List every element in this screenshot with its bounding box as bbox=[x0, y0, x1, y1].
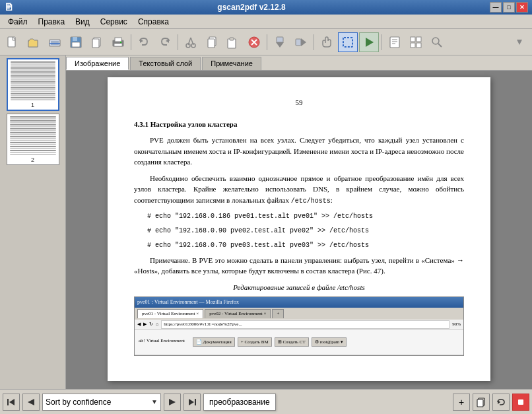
menu-help[interactable]: Справка bbox=[133, 16, 174, 28]
title-text: gscan2pdf v2.12.8 bbox=[217, 3, 285, 12]
close-button[interactable]: ✕ bbox=[516, 2, 528, 13]
svg-rect-7 bbox=[72, 42, 80, 47]
copy-word-button[interactable] bbox=[473, 394, 490, 411]
thumb-preview-1 bbox=[9, 61, 57, 100]
redo-button[interactable] bbox=[155, 32, 175, 52]
thumb-preview-2 bbox=[9, 116, 57, 155]
open-button[interactable] bbox=[24, 32, 44, 52]
svg-marker-49 bbox=[189, 399, 194, 405]
document-page: 59 4.3.1 Настройка узлов кластера PVE до… bbox=[108, 77, 490, 381]
svg-marker-30 bbox=[301, 38, 306, 46]
tab-bar: Изображение Текстовый слой Примечание bbox=[66, 55, 532, 71]
screenshot-tabs: pve01 - Virtual Environment × pve02 - Vi… bbox=[135, 308, 463, 320]
svg-rect-4 bbox=[50, 43, 60, 44]
minimize-button[interactable]: — bbox=[490, 2, 502, 13]
svg-rect-27 bbox=[277, 37, 283, 42]
page-view-button[interactable] bbox=[385, 32, 405, 52]
thumbnail-panel: 1 bbox=[0, 55, 66, 389]
maximize-button[interactable]: □ bbox=[503, 2, 515, 13]
tab-image[interactable]: Изображение bbox=[66, 57, 129, 70]
new-button[interactable] bbox=[3, 32, 22, 52]
svg-rect-53 bbox=[518, 399, 523, 405]
tab-notes[interactable]: Примечание bbox=[202, 57, 261, 70]
svg-line-42 bbox=[438, 44, 442, 47]
last-page-button[interactable] bbox=[183, 394, 201, 411]
sort-dropdown[interactable]: Sort by confidence ▼ bbox=[42, 394, 161, 411]
menu-view[interactable]: Вид bbox=[70, 16, 95, 28]
zoom-button[interactable] bbox=[427, 32, 447, 52]
svg-rect-37 bbox=[411, 37, 415, 42]
menu-service[interactable]: Сервис bbox=[95, 16, 133, 28]
status-bar: Sort by confidence ▼ преобразование + bbox=[0, 389, 532, 414]
svg-rect-9 bbox=[92, 39, 99, 48]
url-bar: https://pve01:8006/#v1:0:=node%2Fpve... bbox=[161, 320, 449, 329]
svg-marker-47 bbox=[169, 399, 176, 405]
svg-marker-45 bbox=[9, 399, 15, 405]
svg-marker-46 bbox=[28, 399, 34, 405]
svg-rect-12 bbox=[114, 44, 122, 46]
svg-marker-52 bbox=[498, 400, 500, 404]
paragraph-1: PVE должен быть установлен на всех узлах… bbox=[134, 135, 464, 168]
ss-btn-docs: 📄 Документация bbox=[193, 337, 235, 347]
svg-rect-23 bbox=[230, 38, 234, 40]
separator2 bbox=[178, 34, 178, 50]
screenshot-content: alt↑ Virtual Environment 📄 Документация … bbox=[135, 330, 463, 354]
ss-btn-createct: ⊞ Создать СТ bbox=[275, 337, 309, 347]
multi-view-button[interactable] bbox=[406, 32, 426, 52]
screenshot-urlbar: ◀ ▶ ↻ ⌂ https://pve01:8006/#v1:0:=node%2… bbox=[135, 320, 463, 330]
screenshot-tab1: pve01 - Virtual Environment × bbox=[137, 309, 203, 318]
play-button[interactable] bbox=[359, 32, 379, 52]
back-word-button[interactable] bbox=[492, 394, 510, 411]
svg-rect-21 bbox=[208, 39, 215, 48]
more-button[interactable] bbox=[510, 32, 529, 52]
move-down-button[interactable] bbox=[270, 32, 290, 52]
prev-page-button[interactable] bbox=[22, 394, 40, 411]
dropdown-arrow-icon: ▼ bbox=[151, 398, 158, 405]
code-line-2: # echo "192.168.0.90 pve02.test.alt pve0… bbox=[147, 226, 464, 236]
add-word-button[interactable]: + bbox=[453, 394, 470, 411]
content-area: Изображение Текстовый слой Примечание 59… bbox=[66, 55, 532, 389]
copy-button[interactable] bbox=[202, 32, 222, 52]
paste-button[interactable] bbox=[223, 32, 243, 52]
scan-button[interactable] bbox=[45, 32, 65, 52]
back-icon: ◀ bbox=[137, 321, 141, 328]
svg-marker-28 bbox=[276, 42, 284, 48]
cut-button[interactable] bbox=[181, 32, 201, 52]
pages-button[interactable] bbox=[87, 32, 107, 52]
code-line-3: # echo "192.168.0.70 pve03.test.alt pve0… bbox=[147, 240, 464, 251]
app-icon: 🖹 bbox=[4, 2, 13, 13]
next-page-button[interactable] bbox=[164, 394, 181, 411]
window-controls: — □ ✕ bbox=[490, 2, 528, 13]
inline-code-hosts: /etc/hosts bbox=[291, 197, 331, 205]
undo-button[interactable] bbox=[134, 32, 154, 52]
menu-edit[interactable]: Правка bbox=[33, 16, 71, 28]
move-right-button[interactable] bbox=[291, 32, 311, 52]
select-tool-button[interactable] bbox=[338, 32, 358, 52]
svg-rect-6 bbox=[73, 37, 77, 41]
paragraph-3: Примечание. В PVE это можно сделать в па… bbox=[134, 255, 464, 277]
print-button[interactable] bbox=[108, 32, 128, 52]
delete-button[interactable] bbox=[244, 32, 264, 52]
hand-tool-button[interactable] bbox=[317, 32, 337, 52]
ss-toolbar: alt↑ Virtual Environment 📄 Документация … bbox=[139, 337, 459, 347]
thumbnail-2[interactable]: 2 bbox=[7, 114, 59, 165]
svg-marker-32 bbox=[366, 38, 374, 47]
ss-btn-user: ⚙ root@pam ▾ bbox=[312, 337, 347, 347]
reload-icon: ↻ bbox=[149, 321, 153, 328]
svg-marker-15 bbox=[166, 39, 169, 43]
stop-button[interactable] bbox=[512, 394, 529, 411]
svg-rect-11 bbox=[115, 38, 121, 42]
doc-screenshot: pve01 : Virtual Environment — Mozilla Fi… bbox=[134, 296, 464, 356]
separator5 bbox=[382, 34, 382, 50]
ss-btn-createvm: + Создать ВМ bbox=[238, 337, 272, 347]
thumbnail-1[interactable]: 1 bbox=[7, 58, 59, 111]
title-bar: 🖹 gscan2pdf v2.12.8 — □ ✕ bbox=[0, 0, 532, 15]
menu-file[interactable]: Файл bbox=[3, 16, 33, 28]
separator4 bbox=[314, 34, 314, 50]
first-page-button[interactable] bbox=[3, 394, 20, 411]
plus-icon: + bbox=[459, 397, 464, 407]
screenshot-title: pve01 : Virtual Environment — Mozilla Fi… bbox=[137, 298, 239, 306]
screenshot-tab-new: + bbox=[272, 309, 284, 318]
save-button[interactable] bbox=[66, 32, 86, 52]
tab-text-layer[interactable]: Текстовый слой bbox=[130, 57, 201, 70]
